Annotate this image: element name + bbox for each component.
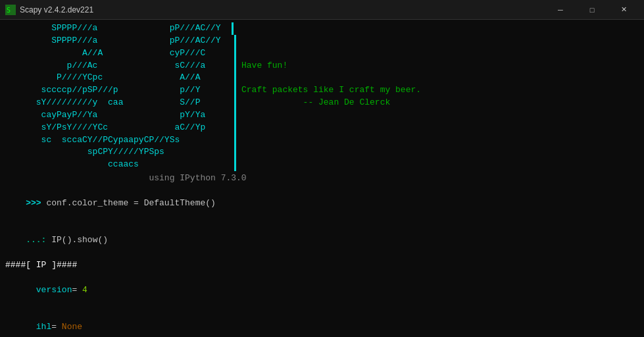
ascii-separator: [232, 22, 237, 35]
minimize-button[interactable]: ─: [545, 0, 576, 20]
ascii-line-4: P////YCpc A//A: [5, 72, 229, 84]
ascii-line-9: sc sccaCY//PCypaapyCP//YSs: [5, 134, 229, 147]
ascii-line-11: ccaacs: [5, 159, 229, 171]
hash-line: ####[ IP ]####: [5, 259, 639, 272]
right-panel: Have fun! Craft packets like I craft my …: [234, 35, 421, 171]
title-bar: S Scapy v2.4.2.dev221 ─ □ ✕: [0, 0, 644, 20]
ascii-line-3: p///Ac sC///a: [5, 60, 229, 72]
ascii-block: SPPPP///a pP///AC//Y A//A cyP///C p///Ac…: [5, 35, 229, 171]
ascii-line-8: sY/PsY////YCc aC//Yp: [5, 122, 229, 134]
prompt-1: >>>: [26, 198, 41, 208]
close-button[interactable]: ✕: [608, 0, 639, 20]
ipython-line: using IPython 7.3.0: [5, 172, 639, 185]
maximize-button[interactable]: □: [577, 0, 607, 20]
ascii-line-10: spCPY/////YPSps: [5, 146, 229, 159]
ascii-art-line-1: SPPPP///a pP///AC//Y: [5, 22, 639, 35]
window-title: Scapy v2.4.2.dev221: [20, 5, 93, 14]
have-fun-line: Have fun!: [241, 60, 421, 72]
ascii-line-1: SPPPP///a pP///AC//Y: [5, 35, 229, 47]
craft-line: Craft packets like I craft my beer.: [241, 84, 421, 97]
ascii-line-7: cayPayP//Ya pY/Ya: [5, 109, 229, 122]
terminal: SPPPP///a pP///AC//Y SPPPP///a pP///AC//…: [0, 20, 644, 337]
ascii-line-6: sY/////////y caa S//P: [5, 97, 229, 109]
cmd-1: conf.color_theme = DefaultTheme(): [41, 198, 216, 208]
command-line-2: ...: IP().show(): [5, 222, 639, 260]
spacer-1: [241, 35, 421, 47]
title-bar-left: S Scapy v2.4.2.dev221: [5, 5, 93, 15]
command-line-1: >>> conf.color_theme = DefaultTheme(): [5, 185, 639, 222]
ascii-line-5: sccccp//pSP///p p//Y: [5, 84, 229, 97]
field-version: version= 4: [5, 272, 639, 309]
ascii-line-2: A//A cyP///C: [5, 47, 229, 60]
spacer-3: [241, 72, 421, 84]
spacer-2: [241, 47, 421, 60]
author-line: -- Jean De Clerck: [241, 97, 421, 109]
cmd-2: IP().show(): [46, 235, 108, 245]
ascii-left-1: SPPPP///a pP///AC//Y: [5, 22, 229, 35]
cont-prompt-1: ...:: [26, 235, 46, 245]
app-icon: S: [5, 5, 16, 15]
window-controls: ─ □ ✕: [545, 0, 639, 20]
svg-text:S: S: [7, 7, 11, 14]
field-ihl: ihl= None: [5, 309, 639, 337]
ascii-and-panel: SPPPP///a pP///AC//Y A//A cyP///C p///Ac…: [5, 35, 639, 171]
